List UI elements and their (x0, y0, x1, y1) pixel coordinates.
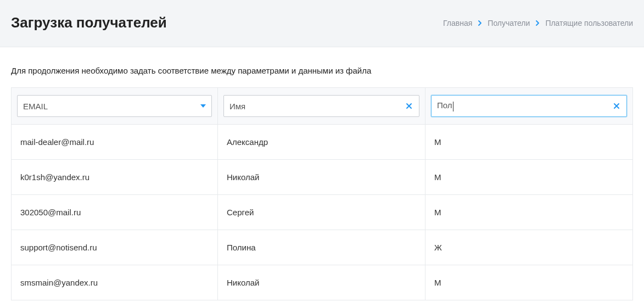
data-cell: Полина (218, 230, 425, 265)
breadcrumb-current: Платящие пользователи (545, 19, 633, 27)
chevron-right-icon (535, 20, 540, 26)
input-value: Имя (229, 102, 405, 111)
page-header: Загрузка получателей Главная Получатели … (0, 0, 644, 47)
data-cell: k0r1sh@yandex.ru (12, 160, 218, 194)
input-value: Пол (437, 101, 612, 111)
data-cell: М (425, 265, 632, 300)
breadcrumb-link-home[interactable]: Главная (443, 19, 472, 27)
data-cell: Николай (218, 265, 425, 300)
column-control-cell: EMAIL (12, 88, 218, 124)
mapping-table: EMAIL Имя Пол mail-dealer@mail.ru Алекса… (11, 87, 633, 300)
breadcrumb: Главная Получатели Платящие пользователи (443, 19, 633, 27)
data-cell: М (425, 125, 632, 159)
data-cell: М (425, 160, 632, 194)
data-cell: mail-dealer@mail.ru (12, 125, 218, 159)
data-cell: smsmain@yandex.ru (12, 265, 218, 300)
clear-icon[interactable] (612, 102, 621, 110)
data-cell: 302050@mail.ru (12, 195, 218, 230)
column-control-cell: Имя (218, 88, 425, 124)
page-title: Загрузка получателей (11, 14, 167, 31)
column-controls-row: EMAIL Имя Пол (12, 88, 632, 125)
column-select-email[interactable]: EMAIL (17, 95, 212, 117)
chevron-right-icon (478, 20, 482, 26)
table-row: smsmain@yandex.ru Николай М (12, 265, 632, 300)
data-cell: М (425, 195, 632, 230)
column-input-gender[interactable]: Пол (431, 95, 627, 117)
column-control-cell: Пол (425, 88, 632, 124)
clear-icon[interactable] (405, 102, 413, 110)
text-cursor (453, 102, 453, 111)
data-cell: Ж (425, 230, 632, 265)
intro-text: Для продолжения необходимо задать соотве… (0, 47, 644, 87)
data-cell: Николай (218, 160, 425, 194)
data-cell: Александр (218, 125, 425, 159)
data-cell: support@notisend.ru (12, 230, 218, 265)
table-row: mail-dealer@mail.ru Александр М (12, 125, 632, 160)
table-row: support@notisend.ru Полина Ж (12, 230, 632, 265)
table-row: k0r1sh@yandex.ru Николай М (12, 160, 632, 195)
breadcrumb-link-recipients[interactable]: Получатели (488, 19, 530, 27)
chevron-down-icon (200, 104, 206, 108)
select-value: EMAIL (23, 102, 200, 111)
column-input-name[interactable]: Имя (223, 95, 419, 117)
table-row: 302050@mail.ru Сергей М (12, 195, 632, 230)
data-cell: Сергей (218, 195, 425, 230)
